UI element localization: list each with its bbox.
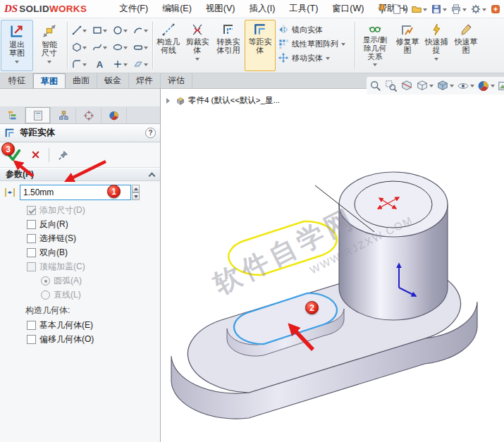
tab-dimxpert-manager[interactable]	[76, 107, 102, 123]
configuration-manager-icon	[58, 110, 69, 121]
text-tool-button[interactable]: A	[90, 56, 110, 73]
logo-solid-text: SOLID	[19, 4, 49, 14]
move-entities-button[interactable]: 移动实体	[278, 52, 351, 63]
tab-surfaces[interactable]: 曲面	[66, 73, 97, 88]
menu-edit[interactable]: 编辑(E)	[155, 0, 199, 18]
option-base-geometry[interactable]: 基本几何体(E)	[0, 318, 160, 332]
construction-geometry-button[interactable]: 构造几 何线	[154, 20, 183, 71]
menu-tools[interactable]: 工具(T)	[282, 0, 325, 18]
step-badge-2: 2	[305, 301, 319, 314]
smart-dimension-button[interactable]: 智能 尺寸	[33, 20, 66, 71]
property-manager-panel: 等距实体 ? 参数(P) 添加尺寸(D) 反向(R) 选择链(S) 双向(B) …	[0, 89, 161, 442]
cancel-button[interactable]	[31, 150, 40, 159]
tab-features[interactable]: 特征	[1, 73, 33, 88]
menu-file[interactable]: 文件(F)	[112, 0, 155, 18]
point-icon	[113, 59, 123, 69]
dropdown-caret-icon	[103, 47, 107, 51]
menu-bar: DS SOLID WORKS 文件(F) 编辑(E) 视图(V) 插入(I) 工…	[0, 0, 504, 18]
rapid-sketch-icon	[459, 23, 473, 37]
checkbox-reverse[interactable]	[27, 220, 36, 229]
option-select-chain[interactable]: 选择链(S)	[0, 231, 160, 245]
point-tool-button[interactable]	[110, 56, 130, 73]
trim-entities-button[interactable]: 剪裁实 体	[183, 20, 212, 71]
dropdown-caret-icon	[144, 47, 148, 51]
graphics-area[interactable]: 零件4 (默认<<默认>_显...	[161, 89, 504, 442]
dropdown-caret-icon	[47, 61, 51, 66]
feature-tree-flyout[interactable]: 零件4 (默认<<默认>_显...	[166, 95, 280, 106]
convert-entities-label: 转换实	[217, 37, 240, 46]
circle-tool-button[interactable]	[110, 22, 130, 39]
tab-property-manager[interactable]	[25, 107, 51, 123]
line-icon	[72, 25, 82, 35]
checkbox-offset-geometry[interactable]	[27, 335, 36, 344]
options-button[interactable]	[469, 3, 487, 16]
mirror-entities-label: 镜向实体	[292, 25, 323, 35]
repair-sketch-label: 修复草	[396, 37, 419, 46]
tab-feature-manager[interactable]	[0, 107, 25, 123]
checkbox-base-geometry[interactable]	[27, 321, 36, 330]
tab-evaluate[interactable]: 评估	[161, 73, 192, 88]
arc-tool-button[interactable]	[130, 22, 151, 39]
tab-sheet-metal[interactable]: 钣金	[97, 73, 129, 88]
new-document-button[interactable]	[391, 3, 408, 16]
option-offset-geometry[interactable]: 偏移几何体(O)	[0, 332, 160, 346]
dropdown-caret-icon	[341, 43, 345, 48]
parameters-header[interactable]: 参数(P)	[0, 168, 160, 181]
menu-view[interactable]: 视图(V)	[199, 0, 242, 18]
line-tool-button[interactable]	[69, 22, 90, 39]
exit-sketch-button[interactable]: 退出 草图	[1, 20, 33, 71]
section-view-button[interactable]	[400, 80, 413, 92]
option-reverse[interactable]: 反向(R)	[0, 217, 160, 231]
resources-button[interactable]	[489, 3, 502, 16]
zoom-fit-button[interactable]	[369, 80, 382, 92]
spline-tool-button[interactable]	[90, 39, 110, 56]
zoom-area-button[interactable]	[385, 80, 398, 92]
tab-weldments[interactable]: 焊件	[129, 73, 161, 88]
dropdown-caret-icon	[462, 8, 467, 13]
menu-window[interactable]: 窗口(W)	[325, 0, 371, 18]
menu-insert[interactable]: 插入(I)	[242, 0, 283, 18]
dropdown-caret-icon	[195, 58, 199, 63]
display-relations-button[interactable]: 显示/删 除几何 关系	[357, 20, 393, 71]
convert-entities-button[interactable]: 转换实 体引用	[212, 20, 245, 71]
offset-distance-row	[0, 181, 160, 203]
hide-show-items-button[interactable]	[457, 80, 474, 92]
tab-display-manager[interactable]	[102, 107, 127, 123]
fillet-tool-button[interactable]	[69, 56, 90, 73]
checkbox-add-dimensions	[27, 206, 36, 215]
print-icon	[450, 4, 462, 15]
menu-pin-button[interactable]	[376, 3, 388, 16]
section-view-icon	[400, 80, 413, 92]
arc-icon	[133, 25, 143, 35]
plane-tool-button[interactable]	[130, 56, 151, 73]
ellipse-tool-button[interactable]	[110, 39, 130, 56]
quick-snaps-button[interactable]: 快速捕 捉	[422, 20, 451, 71]
spinner-down-button[interactable]	[132, 192, 140, 200]
print-button[interactable]	[450, 3, 467, 16]
view-orientation-button[interactable]	[416, 80, 434, 92]
rectangle-tool-button[interactable]	[90, 22, 110, 39]
pin-button[interactable]	[58, 149, 69, 161]
mirror-entities-button[interactable]: 镜向实体	[278, 24, 351, 35]
appearances-button[interactable]	[477, 80, 495, 92]
tab-configuration-manager[interactable]	[51, 107, 76, 123]
option-bidirectional[interactable]: 双向(B)	[0, 245, 160, 259]
rapid-sketch-button[interactable]: 快速草 图	[451, 20, 481, 71]
checkbox-select-chain[interactable]	[27, 234, 36, 243]
open-button[interactable]	[410, 3, 428, 16]
rapid-sketch-label2: 图	[462, 46, 470, 54]
checkbox-bidirectional[interactable]	[27, 248, 36, 257]
spinner-up-button[interactable]	[132, 185, 140, 192]
save-button[interactable]	[430, 3, 448, 16]
offset-entities-button[interactable]: 等距实 体	[245, 20, 276, 71]
help-icon[interactable]: ?	[145, 128, 156, 138]
text-icon: A	[97, 59, 103, 70]
scene-button[interactable]	[498, 80, 504, 92]
repair-sketch-button[interactable]: 修复草 图	[393, 20, 422, 71]
slot-tool-button[interactable]	[130, 39, 151, 56]
polygon-tool-button[interactable]	[69, 39, 90, 56]
option-arcs: 圆弧(A)	[0, 274, 160, 288]
linear-pattern-button[interactable]: 线性草图阵列	[278, 38, 351, 49]
tab-sketch[interactable]: 草图	[33, 73, 66, 88]
display-style-button[interactable]	[436, 80, 454, 92]
